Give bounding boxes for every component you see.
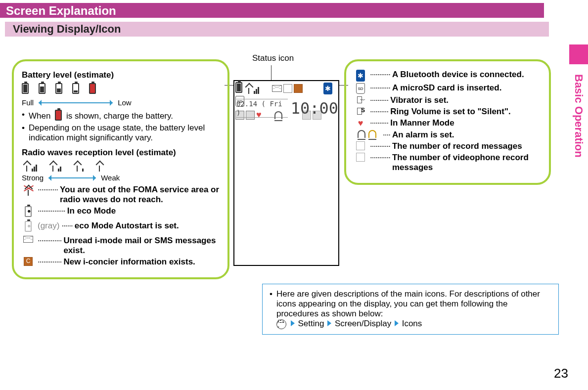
nav-triangle-icon [395,320,399,326]
icon-row-videophone: ··········· The number of videophone rec… [354,153,541,173]
concier-label: New i-concier information exists. [63,257,220,267]
radio-level-title: Radio waves reception level (estimate) [22,148,220,158]
signal-icon [244,83,259,94]
icon-row-alarm: ···· An alarm is set. [354,130,541,140]
alarm-bell-warn-icon [368,130,376,138]
battery-note-2-text: Depending on the usage state, the batter… [29,123,220,143]
radio-level-scale [22,161,220,172]
signal-one-icon [72,161,84,172]
silent-label: Ring Volume is set to "Silent". [390,107,541,117]
battery-one-icon [72,83,79,96]
page-title: Screen Explanation [6,4,116,17]
icon-row-mail: ············· Unread i-mode mail or SMS … [22,236,220,256]
eco-auto-icon: ☻ [22,221,35,234]
menu-key-icon: ﾒﾆｭｰ [276,319,286,329]
microsd-icon: SD [354,83,367,94]
alarm-icons [354,130,380,138]
icon-row-microsd: SD ··········· A microSD card is inserte… [354,83,541,94]
bluetooth-label: A Bluetooth device is connected. [392,70,541,80]
mail-icon [272,85,282,92]
manner-icon: ♥ [354,118,367,129]
battery-full-icon [22,83,29,96]
radio-weak-label: Weak [101,173,120,182]
icon-row-record: ··········· The number of record message… [354,141,541,151]
side-tab-highlight [569,44,588,64]
status-icon-label: Status icon [252,53,294,63]
battery-three-icon [39,83,45,96]
section-title: Viewing Display/Icon [13,23,121,35]
battery-level-scale [22,83,220,96]
eco-icon [283,84,292,93]
eco-label: In eco Mode [67,206,220,216]
eco-auto-prefix: (gray) [38,221,59,231]
icon-row-vibrator: 〰 ·········· Vibrator is set. [354,95,541,105]
signal-zero-icon [94,161,104,172]
no-service-icon [22,185,35,196]
silent-icon: S [354,107,367,116]
videophone-icon [354,153,367,162]
radio-scale-labels: Strong Weak [22,173,220,182]
alarm-icon [274,111,282,119]
record-icon [354,141,367,150]
microsd-label: A microSD card is inserted. [392,83,541,93]
icon-row-concier: C ············· New i-concier informatio… [22,257,220,267]
mail-label: Unread i-mode mail or SMS messages exist… [63,236,220,256]
icon-row-silent: S ·········· Ring Volume is set to "Sile… [354,107,541,117]
bluetooth-icon: ✱ [354,70,367,82]
battery-full-label: Full [22,98,34,107]
battery-low-label: Low [118,98,132,107]
vibrator-label: Vibrator is set. [390,95,541,105]
status-icon-leader [271,65,271,80]
manner-label: In Manner Mode [390,118,541,128]
left-callout: Battery level (estimate) Full Low • When… [12,59,229,279]
note-box: • Here are given descriptions of the mai… [262,284,559,335]
mail-icon [22,236,35,243]
icon-row-eco: ☻ ··············· In eco Mode [22,206,220,219]
page-number: 23 [554,366,568,381]
radio-strong-label: Strong [22,173,44,182]
signal-three-icon [22,161,37,172]
phone-clock: 10:00 [291,99,338,118]
no-service-label: You are out of the FOMA service area or … [60,185,220,205]
note-text: Here are given descriptions of the main … [276,289,540,318]
nav-triangle-icon [291,320,295,326]
battery-icon [235,82,242,94]
battery-note-1-part1: When [29,111,50,121]
nav-setting: Setting [298,319,324,328]
icon-row-manner: ♥ ·········· In Manner Mode [354,118,541,129]
nav-screen-display: Screen/Display [335,319,391,328]
phone-date-row: 02.14 ( Fri ) 10:00 [234,103,338,118]
phone-display: ✱ SD ♥ 02.14 ( Fri ) 10:00 [233,80,339,266]
battery-note-1: • When is shown, charge the battery. [22,110,220,123]
battery-scale-labels: Full Low [22,98,220,107]
battery-note-1-part2: is shown, charge the battery. [66,111,173,121]
videophone-label: The number of videophone record messages [392,153,541,173]
radio-range-arrow [48,177,96,178]
bluetooth-icon: ✱ [323,83,332,94]
nav-icons: Icons [402,319,422,328]
concier-icon [294,84,303,93]
vibrator-icon: 〰 [354,95,367,104]
right-callout: ✱ ··········· A Bluetooth device is conn… [344,59,551,185]
record-label: The number of record messages [392,141,541,151]
battery-empty-icon [89,83,96,96]
side-tab: Basic Operation [569,44,588,183]
side-tab-label: Basic Operation [572,74,585,158]
eco-icon: ☻ [22,206,35,219]
alarm-bell-icon [358,130,365,138]
battery-empty-inline-icon [55,110,62,123]
page-title-bar: Screen Explanation [0,3,544,18]
battery-range-arrow [39,102,113,103]
alarm-label: An alarm is set. [392,130,541,140]
menu-key-label: ﾒﾆｭｰ [277,319,286,330]
battery-level-title: Battery level (estimate) [22,70,220,80]
battery-two-icon [55,83,62,96]
nav-triangle-icon [327,320,331,326]
battery-note-2: • Depending on the usage state, the batt… [22,123,220,143]
icon-row-bluetooth: ✱ ··········· A Bluetooth device is conn… [354,70,541,82]
eco-auto-label: eco Mode Autostart is set. [75,221,220,231]
concier-icon: C [22,257,35,266]
signal-two-icon [48,161,61,172]
section-title-bar: Viewing Display/Icon [5,22,549,37]
icon-row-eco-auto: ☻ (gray) ······ eco Mode Autostart is se… [22,221,220,234]
